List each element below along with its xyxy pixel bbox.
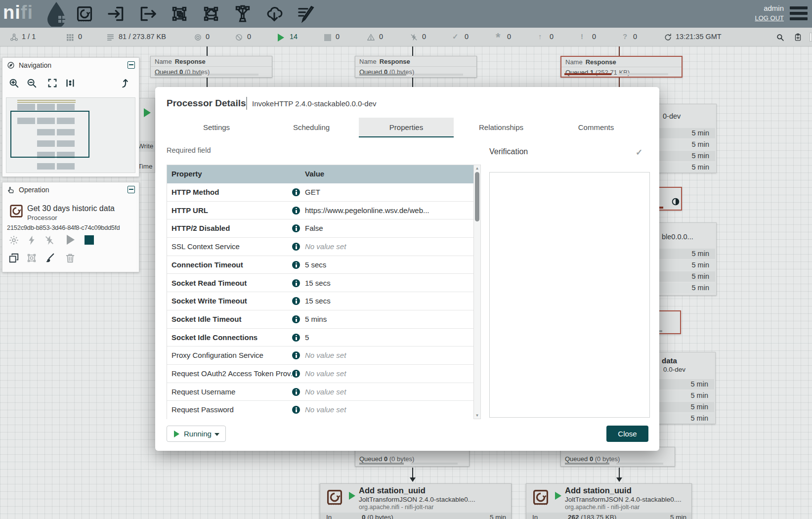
zoom-actual-size-icon[interactable]: [65, 78, 76, 88]
color-icon[interactable]: [44, 253, 55, 263]
property-row[interactable]: Request OAuth2 Access Token Prov...No va…: [167, 365, 473, 383]
disable-icon[interactable]: [44, 235, 55, 246]
info-icon[interactable]: [292, 370, 300, 378]
refresh-icon[interactable]: [664, 33, 672, 42]
input-port-toolbar-icon[interactable]: [107, 4, 126, 23]
zoom-fit-icon[interactable]: [47, 78, 58, 88]
logout-link[interactable]: LOG OUT: [755, 14, 784, 22]
queue-progress: [619, 73, 668, 75]
zoom-out-icon[interactable]: [26, 78, 37, 88]
info-icon[interactable]: [292, 261, 300, 269]
property-row[interactable]: Connection Timeout5 secs: [167, 256, 473, 274]
not-transmitting-icon: [235, 33, 243, 42]
navigation-panel-header[interactable]: Navigation: [2, 58, 139, 73]
jump-to-parent-icon[interactable]: [120, 78, 131, 88]
properties-table: Property Value HTTP MethodGET HTTP URLht…: [167, 165, 481, 419]
global-menu-icon[interactable]: [790, 6, 808, 21]
run-status-icon: [144, 108, 151, 117]
minimap-block: [57, 104, 75, 110]
info-icon[interactable]: [292, 388, 300, 396]
info-icon[interactable]: [292, 224, 300, 232]
settings-icon[interactable]: [810, 33, 812, 42]
property-row[interactable]: Request PasswordNo value set: [167, 401, 473, 419]
property-row[interactable]: HTTP/2 DisabledFalse: [167, 219, 473, 238]
search-icon[interactable]: [776, 33, 784, 42]
processor-type: JoltTransformJSON 2.4.0-stackable0....: [359, 496, 475, 503]
connection-label[interactable]: NameResponse Queued 0 (0 bytes): [355, 56, 477, 78]
processor-name: Add station_uuid: [565, 486, 632, 495]
minimap-block: [17, 102, 76, 103]
info-icon[interactable]: [292, 243, 300, 251]
group-icon[interactable]: [26, 253, 37, 263]
info-icon[interactable]: [292, 315, 300, 323]
property-row[interactable]: HTTP MethodGET: [167, 183, 473, 202]
tab-comments[interactable]: Comments: [549, 118, 643, 137]
process-group-toolbar-icon[interactable]: [170, 4, 189, 23]
label-toolbar-icon[interactable]: [297, 4, 315, 23]
run-status-icon: [349, 492, 355, 500]
info-icon[interactable]: [292, 188, 300, 196]
info-icon[interactable]: [292, 406, 300, 414]
enable-icon[interactable]: [26, 235, 37, 246]
tab-relationships[interactable]: Relationships: [454, 118, 549, 137]
run-status-dropdown[interactable]: Running: [167, 426, 226, 442]
zoom-in-icon[interactable]: [8, 78, 19, 88]
info-icon[interactable]: [292, 279, 300, 287]
close-button[interactable]: Close: [606, 426, 648, 442]
template-toolbar-icon[interactable]: [265, 4, 284, 23]
property-row[interactable]: SSL Context ServiceNo value set: [167, 238, 473, 256]
configure-icon[interactable]: [8, 235, 19, 246]
collapse-icon[interactable]: [128, 186, 135, 193]
operation-panel-title: Operation: [19, 186, 49, 194]
output-port-toolbar-icon[interactable]: [138, 4, 157, 23]
collapse-icon[interactable]: [128, 61, 135, 69]
property-row[interactable]: HTTP URLhttps://www.pegelonline.wsv.de/w…: [167, 202, 473, 220]
verification-check-icon[interactable]: ✓: [636, 147, 642, 158]
funnel-toolbar-icon[interactable]: [233, 4, 252, 23]
property-row[interactable]: Socket Write Timeout15 secs: [167, 292, 473, 310]
table-header: Property Value: [167, 165, 473, 183]
processor[interactable]: Add station_uuid JoltTransformJSON 2.4.0…: [526, 483, 692, 519]
minimap[interactable]: [6, 97, 135, 173]
scroll-down-icon[interactable]: ▼: [474, 413, 480, 418]
info-icon[interactable]: [292, 334, 300, 342]
tab-properties[interactable]: Properties: [359, 118, 454, 137]
connection-label-highlighted[interactable]: NameResponse Queued 1 (252.71 KB): [560, 56, 683, 78]
operation-panel-header[interactable]: Operation: [2, 182, 139, 197]
property-row[interactable]: Socket Idle Connections5: [167, 329, 473, 347]
property-row[interactable]: Socket Read Timeout15 secs: [167, 274, 473, 293]
run-status-label: Running: [184, 430, 212, 438]
minimap-block: [17, 100, 76, 101]
running-status-icon: [174, 431, 179, 437]
tab-settings[interactable]: Settings: [169, 118, 264, 137]
copy-icon[interactable]: [8, 253, 19, 263]
remote-process-group-toolbar-icon[interactable]: [202, 4, 220, 23]
property-row[interactable]: Socket Idle Timeout5 mins: [167, 310, 473, 329]
processor-type: JoltTransformJSON 2.4.0-stackable0....: [565, 496, 682, 503]
tab-scheduling[interactable]: Scheduling: [264, 118, 359, 137]
queue-progress: [155, 74, 202, 76]
selected-component-name: Get 30 days historic data: [27, 204, 115, 213]
processor-toolbar-icon[interactable]: [75, 4, 94, 23]
stop-icon[interactable]: [85, 235, 94, 245]
info-icon[interactable]: [292, 351, 300, 359]
info-icon[interactable]: [292, 297, 300, 305]
queue-progress: [359, 74, 406, 76]
scrollbar-thumb[interactable]: [475, 172, 479, 221]
delete-icon[interactable]: [65, 253, 76, 263]
minimap-viewport[interactable]: [10, 111, 89, 158]
table-scrollbar[interactable]: ▲ ▼: [473, 165, 480, 419]
selected-component-type: Processor: [27, 214, 57, 221]
sync-failure-count: 0: [633, 33, 637, 41]
property-row[interactable]: Request UsernameNo value set: [167, 383, 473, 401]
chevron-down-icon: [214, 433, 219, 436]
scroll-up-icon[interactable]: ▲: [474, 166, 480, 171]
info-icon[interactable]: [292, 207, 300, 215]
start-icon[interactable]: [67, 235, 75, 245]
property-row[interactable]: Proxy Configuration ServiceNo value set: [167, 346, 473, 365]
connection-label[interactable]: NameResponse Queued 0 (0 bytes): [150, 56, 272, 78]
queue-progress: [414, 74, 463, 76]
processor[interactable]: Add station_uuid JoltTransformJSON 2.4.0…: [320, 483, 512, 519]
clipboard-icon[interactable]: [794, 33, 802, 42]
processor-icon: [531, 488, 550, 507]
